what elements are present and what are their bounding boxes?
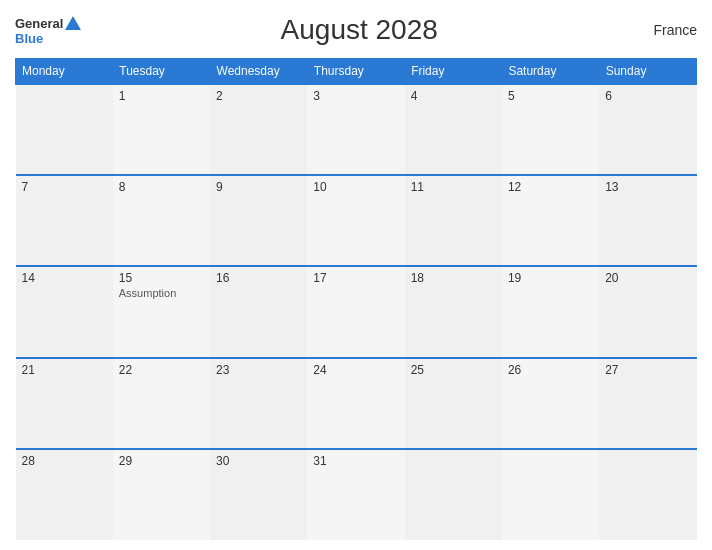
day-number: 29 [119, 454, 204, 468]
holiday-label: Assumption [119, 287, 204, 299]
day-number: 15 [119, 271, 204, 285]
table-row: 17 [307, 266, 404, 357]
table-row: 3 [307, 84, 404, 175]
day-number: 13 [605, 180, 690, 194]
col-wednesday: Wednesday [210, 59, 307, 85]
day-number: 11 [411, 180, 496, 194]
logo-blue: Blue [15, 32, 43, 45]
day-number: 27 [605, 363, 690, 377]
table-row: 20 [599, 266, 696, 357]
table-row [405, 449, 502, 540]
table-row: 10 [307, 175, 404, 266]
logo-triangle-icon [65, 16, 81, 30]
table-row: 25 [405, 358, 502, 449]
day-number: 19 [508, 271, 593, 285]
day-number: 8 [119, 180, 204, 194]
table-row: 11 [405, 175, 502, 266]
col-thursday: Thursday [307, 59, 404, 85]
day-number: 14 [22, 271, 107, 285]
day-number: 4 [411, 89, 496, 103]
calendar-week-row: 1415Assumption1617181920 [16, 266, 697, 357]
table-row: 18 [405, 266, 502, 357]
table-row: 4 [405, 84, 502, 175]
calendar-table: Monday Tuesday Wednesday Thursday Friday… [15, 58, 697, 540]
table-row: 13 [599, 175, 696, 266]
col-sunday: Sunday [599, 59, 696, 85]
table-row: 30 [210, 449, 307, 540]
day-number: 24 [313, 363, 398, 377]
day-number: 25 [411, 363, 496, 377]
table-row [599, 449, 696, 540]
table-row: 2 [210, 84, 307, 175]
day-number: 6 [605, 89, 690, 103]
table-row: 29 [113, 449, 210, 540]
table-row: 16 [210, 266, 307, 357]
day-number: 28 [22, 454, 107, 468]
day-number: 18 [411, 271, 496, 285]
calendar-header-row: Monday Tuesday Wednesday Thursday Friday… [16, 59, 697, 85]
day-number: 30 [216, 454, 301, 468]
page-header: General Blue August 2028 France [15, 10, 697, 50]
table-row: 27 [599, 358, 696, 449]
table-row [16, 84, 113, 175]
country-label: France [637, 22, 697, 38]
table-row: 6 [599, 84, 696, 175]
day-number: 23 [216, 363, 301, 377]
calendar-week-row: 123456 [16, 84, 697, 175]
day-number: 9 [216, 180, 301, 194]
day-number: 31 [313, 454, 398, 468]
page-title: August 2028 [81, 14, 637, 46]
calendar-week-row: 78910111213 [16, 175, 697, 266]
table-row: 15Assumption [113, 266, 210, 357]
col-saturday: Saturday [502, 59, 599, 85]
table-row: 12 [502, 175, 599, 266]
logo-general: General [15, 17, 63, 30]
day-number: 17 [313, 271, 398, 285]
day-number: 7 [22, 180, 107, 194]
col-tuesday: Tuesday [113, 59, 210, 85]
table-row: 14 [16, 266, 113, 357]
table-row: 24 [307, 358, 404, 449]
day-number: 12 [508, 180, 593, 194]
day-number: 16 [216, 271, 301, 285]
day-number: 26 [508, 363, 593, 377]
table-row: 26 [502, 358, 599, 449]
day-number: 20 [605, 271, 690, 285]
logo: General Blue [15, 16, 81, 45]
day-number: 2 [216, 89, 301, 103]
table-row: 28 [16, 449, 113, 540]
calendar-week-row: 21222324252627 [16, 358, 697, 449]
calendar-week-row: 28293031 [16, 449, 697, 540]
table-row: 1 [113, 84, 210, 175]
day-number: 5 [508, 89, 593, 103]
table-row: 31 [307, 449, 404, 540]
table-row: 7 [16, 175, 113, 266]
col-monday: Monday [16, 59, 113, 85]
day-number: 3 [313, 89, 398, 103]
table-row: 8 [113, 175, 210, 266]
day-number: 1 [119, 89, 204, 103]
table-row: 23 [210, 358, 307, 449]
col-friday: Friday [405, 59, 502, 85]
day-number: 21 [22, 363, 107, 377]
table-row: 5 [502, 84, 599, 175]
day-number: 10 [313, 180, 398, 194]
table-row: 19 [502, 266, 599, 357]
table-row: 9 [210, 175, 307, 266]
table-row: 21 [16, 358, 113, 449]
day-number: 22 [119, 363, 204, 377]
table-row: 22 [113, 358, 210, 449]
table-row [502, 449, 599, 540]
